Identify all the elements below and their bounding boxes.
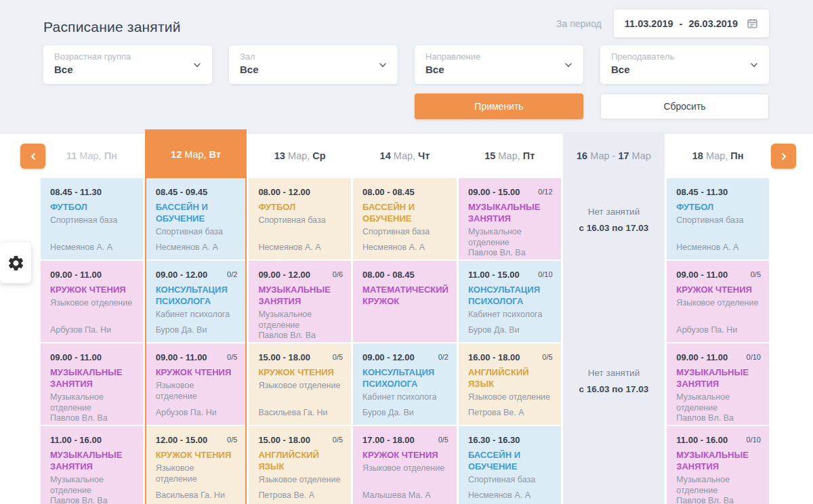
lesson-teacher: Буров Да. Ви [156, 325, 238, 335]
weekend-header[interactable]: 16 Мар - 17 Мар [563, 133, 665, 178]
lesson-card[interactable]: 12.00 - 15.000/5 КРУЖОК ЧТЕНИЯ Языковое … [146, 426, 246, 504]
day-header-tab[interactable]: 18 Мар, Пн [667, 133, 769, 178]
lesson-card[interactable]: 09.00 - 11.000/5 КРУЖОК ЧТЕНИЯ Языковое … [146, 343, 246, 425]
day-number: 18 [692, 150, 703, 161]
weekend-column-16-17-mar: 16 Мар - 17 Мар Нет занятий с 16.03 по 1… [563, 133, 665, 504]
period-picker: За период 11.03.2019 - 26.03.2019 [556, 9, 769, 37]
lesson-title: БАССЕЙН И ОБУЧЕНИЕ [468, 450, 553, 473]
lesson-card[interactable]: 08.00 - 12.00 ФУТБОЛ Спортивная база Нес… [249, 178, 351, 259]
lesson-location: Музыкальное отделение [50, 474, 135, 497]
lesson-time: 09.00 - 12.00 [258, 270, 310, 280]
lesson-capacity-badge: 0/5 [438, 436, 449, 444]
lesson-capacity-badge: 0/5 [333, 353, 343, 361]
filter-teacher[interactable]: Преподаватель Все [600, 45, 769, 84]
lesson-capacity-badge: 0/12 [538, 188, 552, 196]
lesson-card[interactable]: 09.00 - 12.000/2 КОНСУЛЬТАЦИЯ ПСИХОЛОГА … [353, 343, 457, 425]
lesson-teacher: Несмеянов А. А [468, 490, 553, 500]
lesson-card[interactable]: 11.00 - 16.00 МУЗЫКАЛЬНЫЕ ЗАНЯТИЯ Музыка… [41, 426, 143, 504]
lesson-title: ФУТБОЛ [50, 202, 135, 213]
settings-button[interactable] [0, 243, 31, 283]
lesson-capacity-badge: 0/10 [747, 353, 761, 361]
lesson-time: 16.30 - 16.30 [468, 435, 520, 445]
filter-value: Все [240, 64, 387, 75]
lesson-teacher: Арбузов Па. Ни [50, 325, 135, 335]
lesson-card[interactable]: 09.00 - 11.000/5 КРУЖОК ЧТЕНИЯ Языковое … [667, 261, 769, 342]
chevron-down-icon [192, 60, 203, 70]
lesson-title: КРУЖОК ЧТЕНИЯ [50, 285, 135, 296]
lesson-location: Кабинет психолога [468, 309, 553, 320]
lesson-title: МУЗЫКАЛЬНЫЕ ЗАНЯТИЯ [50, 367, 135, 390]
lesson-time: 08.45 - 11.30 [676, 187, 728, 197]
lesson-card[interactable]: 09.00 - 12.000/2 КОНСУЛЬТАЦИЯ ПСИХОЛОГА … [146, 261, 246, 342]
lesson-card[interactable]: 09.00 - 11.00 КРУЖОК ЧТЕНИЯ Языковое отд… [41, 261, 143, 342]
lesson-capacity-badge: 0/2 [227, 270, 237, 278]
prev-period-button[interactable] [20, 144, 45, 169]
lesson-card[interactable]: 08.45 - 11.30 ФУТБОЛ Спортивная база Нес… [41, 178, 143, 259]
date-range-end: 26.03.2019 [688, 18, 738, 29]
day-header-tab[interactable]: 15 Мар, Пт [459, 133, 561, 178]
day-header-tab[interactable]: 11 Мар, Пн [41, 133, 143, 178]
filter-value: Все [611, 64, 758, 75]
filter-age-group[interactable]: Возрастная группа Все [43, 45, 212, 84]
day-number: 16 [577, 150, 587, 161]
lesson-card[interactable]: 15.00 - 18.000/5 КРУЖОК ЧТЕНИЯ Языковое … [249, 343, 351, 425]
lesson-location: Языковое отделение [156, 463, 238, 485]
lesson-title: КРУЖОК ЧТЕНИЯ [676, 285, 761, 296]
lesson-card[interactable]: 17.00 - 18.000/5 КРУЖОК ЧТЕНИЯ Языковое … [353, 426, 457, 504]
next-period-button[interactable] [771, 144, 796, 169]
date-range-start: 11.03.2019 [625, 18, 673, 29]
lesson-time: 12.00 - 15.00 [156, 435, 208, 445]
lesson-card[interactable]: 08.45 - 11.30 ФУТБОЛ Спортивная база Нес… [667, 178, 769, 259]
lesson-card[interactable]: 08.00 - 08.45 МАТЕМАТИЧЕСКИЙ КРУЖОК [353, 261, 457, 342]
date-range-separator: - [678, 18, 684, 29]
lesson-time: 09.00 - 11.00 [156, 352, 207, 362]
lesson-card[interactable]: 09.00 - 11.00 МУЗЫКАЛЬНЫЕ ЗАНЯТИЯ Музыка… [41, 343, 143, 425]
day-header-tab-selected[interactable]: 12 Мар, Вт [146, 131, 246, 178]
lesson-card[interactable]: 09.00 - 15.000/12 МУЗЫКАЛЬНЫЕ ЗАНЯТИЯ Му… [459, 178, 561, 259]
day-month: Мар [632, 150, 651, 161]
date-range-field[interactable]: 11.03.2019 - 26.03.2019 [614, 9, 769, 37]
lesson-title: МУЗЫКАЛЬНЫЕ ЗАНЯТИЯ [50, 450, 135, 473]
lesson-teacher: Малышева Ма. А [362, 490, 449, 500]
lesson-card[interactable]: 11.00 - 15.000/10 КОНСУЛЬТАЦИЯ ПСИХОЛОГА… [459, 261, 561, 342]
lesson-time: 09.00 - 11.00 [50, 352, 102, 362]
lesson-location: Спортивная база [50, 215, 135, 226]
reset-button[interactable]: Сбросить [600, 93, 769, 119]
lesson-time: 15.00 - 18.00 [258, 352, 310, 362]
lesson-title: МУЗЫКАЛЬНЫЕ ЗАНЯТИЯ [468, 202, 553, 225]
day-weekday: Пн [104, 150, 117, 161]
lesson-card[interactable]: 11.00 - 16.000/10 МУЗЫКАЛЬНЫЕ ЗАНЯТИЯ Му… [667, 426, 769, 504]
lesson-capacity-badge: 0/10 [747, 436, 761, 444]
day-number: 15 [484, 150, 495, 161]
lesson-title: КРУЖОК ЧТЕНИЯ [156, 367, 238, 379]
lesson-teacher: Павлов Вл. Ва [676, 413, 761, 423]
filter-label: Преподаватель [611, 51, 758, 62]
day-weekday: Вт [209, 149, 221, 160]
lesson-time: 15.00 - 18.00 [258, 435, 310, 445]
chevron-left-icon [28, 151, 39, 162]
lesson-time: 17.00 - 18.00 [362, 435, 415, 445]
day-header-tab[interactable]: 14 Мар, Чт [353, 133, 457, 178]
lesson-card[interactable]: 09.00 - 11.000/10 МУЗЫКАЛЬНЫЕ ЗАНЯТИЯ Му… [667, 343, 769, 425]
lesson-card[interactable]: 16.30 - 16.30 БАССЕЙН И ОБУЧЕНИЕ Спортив… [459, 426, 561, 504]
lesson-time: 11.00 - 15.00 [468, 270, 520, 280]
lesson-title: МУЗЫКАЛЬНЫЕ ЗАНЯТИЯ [676, 450, 761, 473]
lesson-teacher: Арбузов Па. Ни [156, 408, 238, 417]
filter-direction[interactable]: Направление Все [415, 45, 583, 84]
lesson-card[interactable]: 16.00 - 18.000/5 АНГЛИЙСКИЙ ЯЗЫК Языково… [459, 343, 561, 425]
lesson-card[interactable]: 15.00 - 18.000/5 АНГЛИЙСКИЙ ЯЗЫК Языково… [249, 426, 351, 504]
lesson-time: 09.00 - 11.00 [676, 270, 728, 280]
lesson-title: МАТЕМАТИЧЕСКИЙ КРУЖОК [362, 285, 449, 308]
day-column-13-mar: 13 Мар, Ср 08.00 - 12.00 ФУТБОЛ Спортивн… [249, 133, 351, 504]
lesson-time: 16.00 - 18.00 [468, 352, 520, 362]
lesson-title: ФУТБОЛ [676, 202, 761, 213]
lesson-card[interactable]: 08.00 - 08.45 БАССЕЙН И ОБУЧЕНИЕ Спортив… [353, 178, 457, 259]
lesson-card[interactable]: 08.45 - 09.45 БАССЕЙН И ОБУЧЕНИЕ Спортив… [146, 178, 246, 259]
filter-hall[interactable]: Зал Все [229, 45, 398, 84]
lesson-card[interactable]: 09.00 - 12.000/6 МУЗЫКАЛЬНЫЕ ЗАНЯТИЯ Муз… [249, 261, 351, 342]
day-header-tab[interactable]: 13 Мар, Ср [249, 133, 351, 178]
day-number: 14 [380, 150, 391, 161]
notice-dates: с 16.03 по 17.03 [563, 220, 665, 236]
apply-button[interactable]: Применить [415, 93, 583, 119]
period-label: За период [556, 18, 602, 29]
